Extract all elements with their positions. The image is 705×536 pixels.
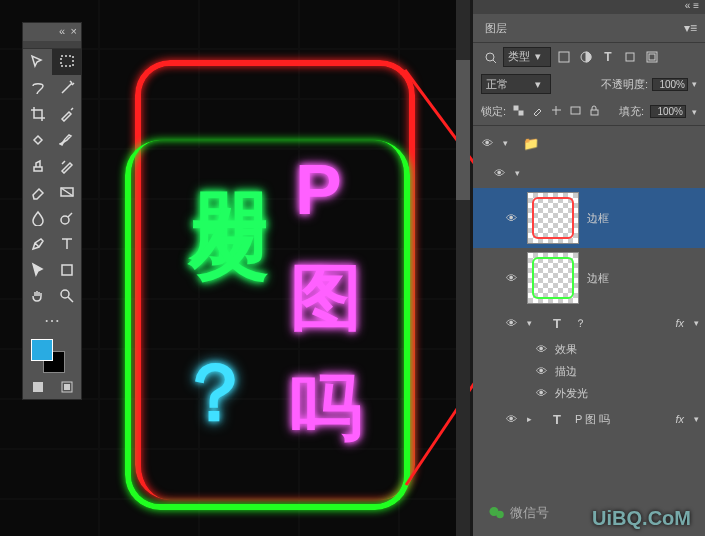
svg-rect-7 bbox=[64, 384, 70, 390]
neon-text-ma: 吗 bbox=[290, 360, 362, 456]
layer-name[interactable]: P 图 吗 bbox=[575, 412, 610, 427]
healing-tool[interactable] bbox=[23, 127, 52, 153]
visibility-toggle[interactable]: 👁 bbox=[491, 167, 507, 179]
clone-stamp-tool[interactable] bbox=[23, 153, 52, 179]
visibility-toggle[interactable]: 👁 bbox=[503, 413, 519, 425]
visibility-toggle[interactable]: 👁 bbox=[503, 272, 519, 284]
screen-mode-switcher[interactable] bbox=[23, 375, 81, 399]
group-expand-icon[interactable]: ▾ bbox=[515, 168, 527, 178]
layer-row[interactable]: 👁 边框 bbox=[473, 248, 705, 308]
fx-expand-icon[interactable]: ▾ bbox=[527, 318, 539, 328]
svg-rect-11 bbox=[626, 53, 634, 61]
crop-tool[interactable] bbox=[23, 101, 52, 127]
lock-position-icon[interactable] bbox=[550, 104, 563, 119]
svg-point-19 bbox=[496, 511, 504, 519]
svg-rect-17 bbox=[591, 110, 598, 115]
path-selection-tool[interactable] bbox=[23, 257, 52, 283]
svg-point-8 bbox=[486, 53, 494, 61]
tools-panel-grip[interactable] bbox=[23, 41, 81, 49]
zoom-tool[interactable] bbox=[52, 283, 81, 309]
blend-mode-select[interactable]: 正常▾ bbox=[481, 74, 551, 94]
history-brush-tool[interactable] bbox=[52, 153, 81, 179]
fill-value[interactable]: 100% bbox=[650, 105, 686, 118]
svg-rect-0 bbox=[61, 56, 73, 66]
panel-menu-icon[interactable]: ▾≡ bbox=[676, 21, 705, 35]
foreground-color-swatch[interactable] bbox=[31, 339, 53, 361]
filter-smart-icon[interactable] bbox=[643, 48, 661, 66]
filter-kind-icon[interactable] bbox=[481, 48, 499, 66]
pen-tool[interactable] bbox=[23, 231, 52, 257]
layer-name[interactable]: ？ bbox=[575, 316, 586, 331]
filter-type-icon[interactable]: T bbox=[599, 48, 617, 66]
gradient-tool[interactable] bbox=[52, 179, 81, 205]
filter-shape-icon[interactable] bbox=[621, 48, 639, 66]
neon-text-green: 朋友 bbox=[175, 130, 283, 154]
marquee-tool[interactable] bbox=[52, 49, 81, 75]
shape-tool[interactable] bbox=[52, 257, 81, 283]
lock-artboard-icon[interactable] bbox=[569, 104, 582, 119]
layer-thumbnail[interactable] bbox=[527, 192, 579, 244]
neon-text-tu: 图 bbox=[290, 250, 362, 346]
panel-collapse[interactable]: « ≡ bbox=[473, 0, 705, 14]
lock-transparency-icon[interactable] bbox=[512, 104, 525, 119]
neon-text-question: ？ bbox=[175, 340, 255, 448]
blur-tool[interactable] bbox=[23, 205, 52, 231]
layer-row[interactable]: 👁 ▸ T P 图 吗 fx▾ bbox=[473, 404, 705, 434]
layer-group-row[interactable]: 👁 ▾ 📁 bbox=[473, 128, 705, 158]
hand-tool[interactable] bbox=[23, 283, 52, 309]
layers-panel: « ≡ 图层 ▾≡ 类型▾ T 正常▾ 不透明度: 100%▾ 锁定: 填充: … bbox=[473, 0, 705, 536]
opacity-label: 不透明度: bbox=[601, 77, 648, 92]
folder-icon: 📁 bbox=[523, 136, 539, 151]
lasso-tool[interactable] bbox=[23, 75, 52, 101]
eyedropper-tool[interactable] bbox=[52, 101, 81, 127]
filter-pixel-icon[interactable] bbox=[555, 48, 573, 66]
eraser-tool[interactable] bbox=[23, 179, 52, 205]
neon-text-p: P bbox=[295, 150, 342, 230]
wechat-watermark: 微信号 bbox=[488, 504, 549, 522]
lock-pixels-icon[interactable] bbox=[531, 104, 544, 119]
svg-rect-14 bbox=[514, 106, 518, 110]
visibility-toggle[interactable]: 👁 bbox=[479, 137, 495, 149]
scrollbar-vertical[interactable] bbox=[456, 0, 470, 536]
opacity-value[interactable]: 100% bbox=[652, 78, 688, 91]
svg-rect-15 bbox=[519, 111, 523, 115]
layers-tab[interactable]: 图层 bbox=[473, 17, 519, 40]
svg-rect-9 bbox=[559, 52, 569, 62]
svg-rect-3 bbox=[62, 265, 72, 275]
layer-effects-row[interactable]: 👁效果 bbox=[473, 338, 705, 360]
site-watermark: UiBQ.CoM bbox=[592, 507, 691, 530]
svg-rect-13 bbox=[649, 54, 655, 60]
svg-rect-16 bbox=[571, 107, 580, 114]
layer-thumbnail[interactable] bbox=[527, 252, 579, 304]
fx-badge[interactable]: fx bbox=[675, 317, 684, 329]
lock-label: 锁定: bbox=[481, 104, 506, 119]
brush-tool[interactable] bbox=[52, 127, 81, 153]
type-layer-icon: T bbox=[547, 316, 567, 331]
color-swatches[interactable] bbox=[23, 335, 81, 375]
fill-label: 填充: bbox=[619, 104, 644, 119]
tools-panel: « × ⋯ bbox=[22, 22, 82, 400]
tools-panel-header[interactable]: « × bbox=[23, 23, 81, 41]
layer-name[interactable]: 边框 bbox=[587, 271, 609, 286]
move-tool[interactable] bbox=[23, 49, 52, 75]
type-tool[interactable] bbox=[52, 231, 81, 257]
scrollbar-thumb[interactable] bbox=[456, 60, 470, 200]
svg-point-4 bbox=[61, 290, 69, 298]
group-expand-icon[interactable]: ▾ bbox=[503, 138, 515, 148]
visibility-toggle[interactable]: 👁 bbox=[503, 317, 519, 329]
layer-row[interactable]: 👁 ▾ T ？ fx▾ bbox=[473, 308, 705, 338]
fx-badge[interactable]: fx bbox=[675, 413, 684, 425]
magic-wand-tool[interactable] bbox=[52, 75, 81, 101]
layer-name[interactable]: 边框 bbox=[587, 211, 609, 226]
filter-kind-select[interactable]: 类型▾ bbox=[503, 47, 551, 67]
dodge-tool[interactable] bbox=[52, 205, 81, 231]
lock-all-icon[interactable] bbox=[588, 104, 601, 119]
layer-row[interactable]: 👁 边框 bbox=[473, 188, 705, 248]
fx-expand-icon[interactable]: ▸ bbox=[527, 414, 539, 424]
visibility-toggle[interactable]: 👁 bbox=[503, 212, 519, 224]
layer-effect-outer-glow[interactable]: 👁外发光 bbox=[473, 382, 705, 404]
svg-rect-5 bbox=[33, 382, 43, 392]
layer-effect-stroke[interactable]: 👁描边 bbox=[473, 360, 705, 382]
layer-group-row[interactable]: 👁 ▾ bbox=[473, 158, 705, 188]
filter-adjustment-icon[interactable] bbox=[577, 48, 595, 66]
